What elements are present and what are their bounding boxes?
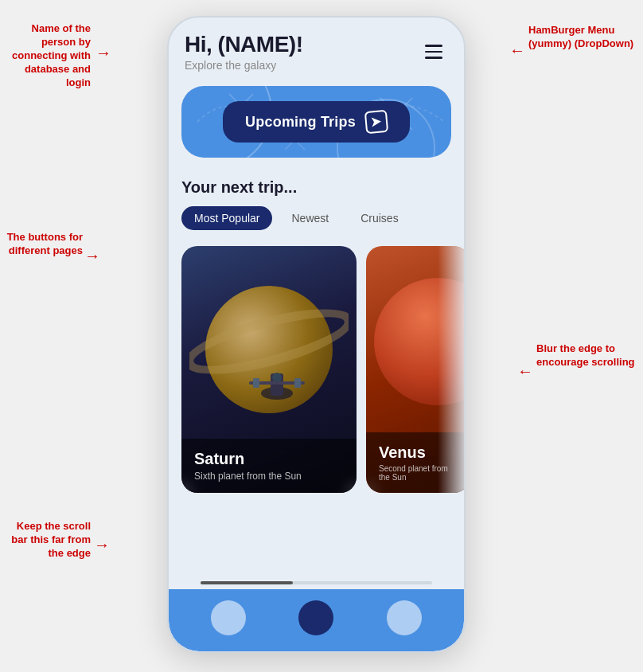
saturn-card-info: Saturn Sixth planet from the Sun	[181, 439, 357, 493]
saturn-card[interactable]: Saturn Sixth planet from the Sun	[181, 246, 357, 493]
annotation-scroll-arrow: →	[94, 536, 110, 554]
scroll-bar-track	[201, 581, 432, 584]
venus-planet	[374, 278, 464, 405]
saturn-name: Saturn	[194, 450, 344, 468]
hamburger-line-2	[425, 51, 442, 53]
annotation-buttons: The buttons for different pages	[3, 231, 83, 258]
scroll-bar-container	[169, 576, 464, 589]
filter-tab-newest[interactable]: Newest	[279, 206, 341, 230]
annotation-hamburger-arrow: ←	[509, 41, 525, 60]
saturn-description: Sixth planet from the Sun	[194, 471, 344, 482]
annotation-blur-arrow: ←	[517, 362, 533, 381]
upcoming-trips-container: Upcoming Trips	[181, 86, 451, 158]
svg-point-13	[272, 373, 282, 382]
venus-card[interactable]: Venus Second planet from the Sun	[366, 246, 464, 493]
annotation-blur: Blur the edge to encourage scrolling	[536, 342, 640, 369]
phone-frame: Hi, (NAME)! Explore the galaxy	[167, 16, 466, 653]
annotation-buttons-arrow: →	[84, 247, 100, 265]
venus-description: Second planet from the Sun	[379, 464, 457, 482]
send-icon	[364, 110, 388, 134]
svg-rect-12	[294, 378, 301, 388]
bottom-navigation	[169, 589, 464, 651]
annotation-name-arrow: →	[95, 44, 111, 62]
greeting-subtitle: Explore the galaxy	[185, 59, 419, 72]
venus-name: Venus	[379, 443, 457, 462]
annotation-scroll: Keep the scroll bar this far from the ed…	[3, 520, 91, 561]
greeting-title: Hi, (NAME)!	[185, 32, 419, 57]
hamburger-menu-button[interactable]	[419, 37, 448, 66]
upcoming-trips-button[interactable]: Upcoming Trips	[223, 101, 410, 143]
hamburger-line-1	[425, 45, 442, 47]
filter-tab-cruises[interactable]: Cruises	[348, 206, 411, 230]
nav-explore-button[interactable]	[298, 600, 333, 635]
nav-home-button[interactable]	[211, 600, 246, 635]
annotation-name: Name of the person by connecting with da…	[3, 22, 91, 89]
next-trip-section: Your next trip... Most Popular Newest Cr…	[169, 166, 464, 236]
top-bar: Hi, (NAME)! Explore the galaxy	[169, 18, 464, 78]
svg-rect-11	[253, 378, 259, 388]
next-trip-title: Your next trip...	[181, 178, 451, 197]
upcoming-trips-label: Upcoming Trips	[245, 114, 356, 131]
svg-marker-6	[371, 116, 381, 127]
greeting-section: Hi, (NAME)! Explore the galaxy	[185, 32, 419, 72]
spacecraft-icon	[237, 350, 317, 413]
nav-profile-button[interactable]	[387, 600, 422, 635]
phone-inner: Hi, (NAME)! Explore the galaxy	[169, 18, 464, 651]
annotation-hamburger: HamBurger Menu (yummy) (DropDown)	[528, 24, 640, 51]
saturn-visual	[189, 262, 349, 421]
planet-cards-container: Saturn Sixth planet from the Sun Venus S…	[169, 236, 464, 576]
hamburger-line-3	[425, 57, 442, 59]
scroll-bar-thumb[interactable]	[201, 581, 293, 584]
venus-card-info: Venus Second planet from the Sun	[366, 432, 464, 493]
filter-tab-most-popular[interactable]: Most Popular	[181, 206, 272, 230]
filter-tabs: Most Popular Newest Cruises	[181, 206, 451, 230]
